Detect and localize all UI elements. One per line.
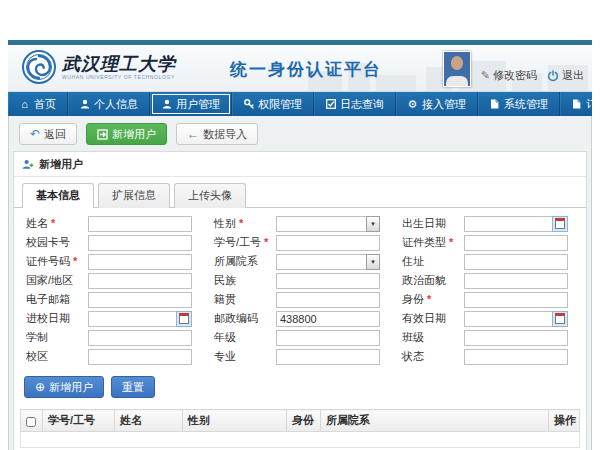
tab-bar: 基本信息 扩展信息 上传头像 <box>14 177 586 208</box>
nav-label: 权限管理 <box>258 97 302 112</box>
logout-link[interactable]: 退出 <box>547 68 584 83</box>
postal-code-input[interactable] <box>276 311 380 327</box>
content-area: ↶ 返回 新增用户 ← 数据导入 <box>8 116 592 450</box>
status-input[interactable] <box>464 349 568 365</box>
person-icon <box>79 99 90 110</box>
field-id-number: 证件号码* <box>20 253 208 270</box>
chevron-down-icon[interactable]: ▾ <box>366 216 380 232</box>
col-identity: 身份 <box>287 410 321 432</box>
native-place-input[interactable] <box>276 292 380 308</box>
nav-item-subscription-management[interactable]: 订阅管理 <box>560 92 600 116</box>
user-avatar[interactable] <box>443 51 471 87</box>
valid-date-picker[interactable] <box>464 311 568 327</box>
major-input[interactable] <box>276 349 380 365</box>
calendar-icon[interactable] <box>552 311 568 327</box>
back-arrow-icon: ↶ <box>30 127 40 141</box>
chevron-down-icon[interactable]: ▾ <box>366 254 380 270</box>
student-id-input[interactable] <box>276 235 380 251</box>
submit-add-user-label: 新增用户 <box>49 380 93 395</box>
field-address: 住址 <box>396 253 584 270</box>
field-schooling-length: 学制 <box>20 329 208 346</box>
identity-input[interactable] <box>464 292 568 308</box>
field-gender: 性别* ▾ <box>208 215 396 232</box>
panel-title: 新增用户 <box>39 157 83 172</box>
nav-item-personal-info[interactable]: 个人信息 <box>68 92 150 116</box>
col-student-id: 学号/工号 <box>43 410 115 432</box>
reset-label: 重置 <box>122 380 144 395</box>
gear-icon: ⚙ <box>407 99 418 110</box>
nav-item-log-query[interactable]: 日志查询 <box>314 92 396 116</box>
birth-date-input[interactable] <box>464 216 552 232</box>
required-asterisk: * <box>449 236 453 248</box>
submit-add-user-button[interactable]: ⊕ 新增用户 <box>24 376 104 398</box>
import-arrow-icon: ← <box>187 127 199 141</box>
class-input[interactable] <box>464 330 568 346</box>
main-nav: ⌂ 首页 个人信息 用户管理 权限管理 日志查询 <box>8 92 592 116</box>
nav-item-system-management[interactable]: 系统管理 <box>478 92 560 116</box>
field-enrollment-date: 进校日期 <box>20 310 208 327</box>
nav-item-permission-management[interactable]: 权限管理 <box>232 92 314 116</box>
address-input[interactable] <box>464 254 568 270</box>
col-department: 所属院系 <box>321 410 549 432</box>
gender-select[interactable]: ▾ <box>276 216 380 232</box>
birth-date-picker[interactable] <box>464 216 568 232</box>
department-select[interactable]: ▾ <box>276 254 380 270</box>
table-header-row: 学号/工号 姓名 性别 身份 所属院系 操作 <box>21 410 580 432</box>
change-password-label: 修改密码 <box>493 68 537 83</box>
nav-item-home[interactable]: ⌂ 首页 <box>8 92 68 116</box>
ethnicity-input[interactable] <box>276 273 380 289</box>
nav-label: 订阅管理 <box>586 97 600 112</box>
field-birth-date: 出生日期 <box>396 215 584 232</box>
change-password-link[interactable]: ✎ 修改密码 <box>481 68 537 83</box>
id-number-input[interactable] <box>88 254 192 270</box>
nav-label: 个人信息 <box>94 97 138 112</box>
field-campus-card-no: 校园卡号 <box>20 234 208 251</box>
campus-card-input[interactable] <box>88 235 192 251</box>
calendar-icon[interactable] <box>552 216 568 232</box>
name-input[interactable] <box>88 216 192 232</box>
tab-basic-info[interactable]: 基本信息 <box>22 183 94 208</box>
data-import-label: 数据导入 <box>203 127 247 142</box>
select-all-checkbox[interactable] <box>26 417 36 427</box>
campus-input[interactable] <box>88 349 192 365</box>
nav-item-access-management[interactable]: ⚙ 接入管理 <box>396 92 478 116</box>
app-window: 武汉理工大学 WUHAN UNIVERSITY OF TECHNOLOGY 统一… <box>8 40 592 450</box>
doc-icon <box>571 99 582 110</box>
tab-upload-avatar[interactable]: 上传头像 <box>174 183 246 208</box>
calendar-icon[interactable] <box>176 311 192 327</box>
reset-button[interactable]: 重置 <box>111 376 155 398</box>
field-country-region: 国家/地区 <box>20 272 208 289</box>
political-status-input[interactable] <box>464 273 568 289</box>
key-icon <box>243 99 254 110</box>
back-button[interactable]: ↶ 返回 <box>19 123 77 145</box>
gender-select-value[interactable] <box>276 216 366 232</box>
field-id-type: 证件类型* <box>396 234 584 251</box>
add-user-panel: 新增用户 基本信息 扩展信息 上传头像 姓名* <box>13 151 587 450</box>
person-plus-icon <box>22 159 34 170</box>
grade-input[interactable] <box>276 330 380 346</box>
add-user-toolbar-button[interactable]: 新增用户 <box>86 123 167 145</box>
department-select-value[interactable] <box>276 254 366 270</box>
email-input[interactable] <box>88 292 192 308</box>
schooling-length-input[interactable] <box>88 330 192 346</box>
field-class: 班级 <box>396 329 584 346</box>
panel-title-bar: 新增用户 <box>14 152 586 177</box>
field-grade: 年级 <box>208 329 396 346</box>
data-import-button[interactable]: ← 数据导入 <box>176 123 258 145</box>
logout-label: 退出 <box>562 68 584 83</box>
nav-label: 系统管理 <box>504 97 548 112</box>
field-political-status: 政治面貌 <box>396 272 584 289</box>
required-asterisk: * <box>51 217 55 229</box>
university-logo-icon <box>22 50 56 84</box>
log-checklist-icon <box>325 99 336 110</box>
nav-label: 用户管理 <box>176 97 220 112</box>
tab-extended-info[interactable]: 扩展信息 <box>98 183 170 208</box>
enrollment-date-input[interactable] <box>88 311 176 327</box>
country-region-input[interactable] <box>88 273 192 289</box>
field-student-id: 学号/工号* <box>208 234 396 251</box>
nav-item-user-management[interactable]: 用户管理 <box>150 92 232 116</box>
col-operation: 操作 <box>549 410 580 432</box>
id-type-input[interactable] <box>464 235 568 251</box>
valid-date-input[interactable] <box>464 311 552 327</box>
enrollment-date-picker[interactable] <box>88 311 192 327</box>
